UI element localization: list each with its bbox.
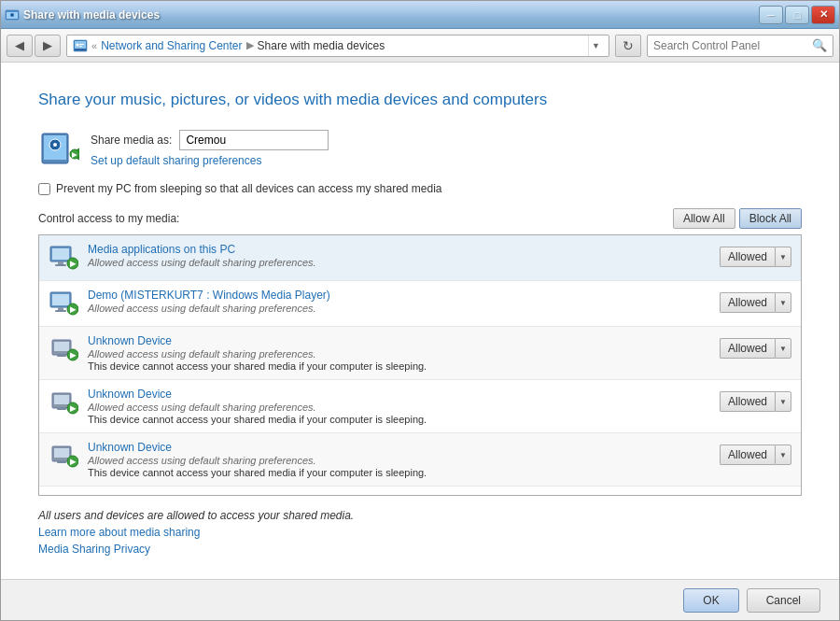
allowed-button[interactable]: Allowed <box>720 292 775 313</box>
svg-rect-18 <box>58 261 63 264</box>
svg-rect-5 <box>75 49 86 50</box>
breadcrumb-bar: « Network and Sharing Center ▶ Share wit… <box>66 35 609 57</box>
device-control: Allowed ▼ <box>720 243 791 267</box>
allowed-dropdown-arrow[interactable]: ▼ <box>775 338 791 359</box>
svg-rect-23 <box>52 294 69 305</box>
addressbar: ◀ ▶ « Network and Sharing Center ▶ Share… <box>1 29 839 63</box>
search-box: 🔍 <box>647 35 833 57</box>
device-name[interactable]: Demo (MISTERKURT7 : Windows Media Player… <box>88 289 710 302</box>
svg-rect-8 <box>79 46 82 47</box>
share-media-row: ▶ Share media as: Set up default sharing… <box>38 128 802 169</box>
devices-list[interactable]: ▶ Media applications on this PC Allowed … <box>38 234 802 496</box>
device-name[interactable]: Unknown Device <box>88 334 710 347</box>
allowed-dropdown: Allowed ▼ <box>720 338 791 359</box>
allowed-button[interactable]: Allowed <box>720 391 775 412</box>
back-icon: ◀ <box>15 38 24 52</box>
allowed-dropdown-arrow[interactable]: ▼ <box>775 247 791 267</box>
device-desc: Allowed access using default sharing pre… <box>88 455 710 466</box>
device-icon-unknown: ▶ <box>49 334 78 364</box>
svg-text:▶: ▶ <box>70 404 77 413</box>
nav-buttons: ◀ ▶ <box>7 35 61 57</box>
svg-text:▶: ▶ <box>70 351 77 360</box>
device-item: ▶ Media applications on this PC Allowed … <box>39 235 801 281</box>
device-desc: Allowed access using default sharing pre… <box>88 257 710 268</box>
allowed-dropdown-arrow[interactable]: ▼ <box>775 445 791 465</box>
main-content: Share your music, pictures, or videos wi… <box>1 63 839 579</box>
svg-rect-40 <box>57 461 66 463</box>
svg-text:▶: ▶ <box>70 260 77 268</box>
device-info: Unknown Device Allowed access using defa… <box>88 334 710 372</box>
privacy-link[interactable]: Media Sharing Privacy <box>38 543 802 556</box>
share-media-name-input[interactable] <box>179 130 329 150</box>
prevent-sleep-label: Prevent my PC from sleeping so that all … <box>56 182 442 195</box>
search-icon[interactable]: 🔍 <box>812 38 827 52</box>
breadcrumb-arrow: ▶ <box>246 39 254 51</box>
breadcrumb-network[interactable]: Network and Sharing Center <box>101 39 242 52</box>
device-icon-unknown3: ▶ <box>49 441 78 471</box>
device-control: Allowed ▼ <box>720 441 791 465</box>
svg-rect-34 <box>54 395 69 404</box>
refresh-icon: ↻ <box>623 38 634 53</box>
device-item: ▶ Unknown Device Allowed access using de… <box>39 327 801 380</box>
share-media-inputs: Share media as: Set up default sharing p… <box>91 130 329 167</box>
device-info: Demo (MISTERKURT7 : Windows Media Player… <box>88 289 710 314</box>
allowed-dropdown-arrow[interactable]: ▼ <box>775 391 791 412</box>
share-media-label-row: Share media as: <box>91 130 329 150</box>
svg-point-12 <box>53 143 57 147</box>
setup-default-link[interactable]: Set up default sharing preferences <box>91 154 329 167</box>
svg-rect-39 <box>54 448 69 458</box>
refresh-button[interactable]: ↻ <box>615 35 641 57</box>
media-share-icon: ▶ <box>38 128 79 169</box>
device-icon-pc: ▶ <box>49 243 78 273</box>
device-warning: This device cannot access your shared me… <box>88 467 710 478</box>
breadcrumb-sep1: « <box>91 40 97 51</box>
device-item: ▶ Unknown Device Allowed access using de… <box>39 380 801 433</box>
control-access-section: Control access to my media: Allow All Bl… <box>38 208 802 496</box>
svg-rect-30 <box>57 355 66 357</box>
device-icon-mediaplayer: ▶ <box>49 289 78 318</box>
titlebar-buttons: ─ □ ✕ <box>759 6 835 24</box>
svg-rect-17 <box>52 248 69 260</box>
allowed-dropdown-arrow[interactable]: ▼ <box>775 292 791 313</box>
allowed-button[interactable]: Allowed <box>720 247 775 267</box>
device-control: Allowed ▼ <box>720 334 791 359</box>
device-control: Allowed ▼ <box>720 388 791 412</box>
device-name[interactable]: Unknown Device <box>88 388 710 401</box>
svg-point-2 <box>10 13 14 17</box>
window-icon <box>5 7 20 22</box>
titlebar-left: Share with media devices <box>5 7 160 22</box>
footer-info: All users and devices are allowed to acc… <box>38 509 802 556</box>
allowed-dropdown: Allowed ▼ <box>720 445 791 465</box>
svg-rect-7 <box>79 44 84 45</box>
footer-italic-text: All users and devices are allowed to acc… <box>38 509 802 522</box>
minimize-button[interactable]: ─ <box>759 6 783 24</box>
svg-rect-29 <box>54 342 69 351</box>
allow-all-button[interactable]: Allow All <box>673 208 735 229</box>
bottom-bar: OK Cancel <box>1 579 839 620</box>
device-name[interactable]: Media applications on this PC <box>88 243 710 256</box>
ok-button[interactable]: OK <box>683 588 738 613</box>
device-name[interactable]: Unknown Device <box>88 441 710 454</box>
block-all-button[interactable]: Block All <box>739 208 802 229</box>
window-title: Share with media devices <box>23 8 160 21</box>
back-button[interactable]: ◀ <box>7 35 33 57</box>
allowed-button[interactable]: Allowed <box>720 338 775 359</box>
titlebar: Share with media devices ─ □ ✕ <box>1 1 839 29</box>
main-window: Share with media devices ─ □ ✕ ◀ ▶ <box>0 0 840 621</box>
search-input[interactable] <box>653 39 812 52</box>
cancel-button[interactable]: Cancel <box>747 588 820 613</box>
device-info: Unknown Device Allowed access using defa… <box>88 388 710 425</box>
maximize-button[interactable]: □ <box>785 6 809 24</box>
allowed-dropdown: Allowed ▼ <box>720 292 791 313</box>
learn-more-link[interactable]: Learn more about media sharing <box>38 526 802 539</box>
svg-point-6 <box>77 43 79 46</box>
device-warning: This device cannot access your shared me… <box>88 360 710 372</box>
forward-button[interactable]: ▶ <box>35 35 61 57</box>
close-button[interactable]: ✕ <box>811 6 835 24</box>
svg-text:▶: ▶ <box>70 458 77 466</box>
breadcrumb-dropdown[interactable]: ▼ <box>588 35 603 56</box>
device-item: ▶ Unknown Device Allowed access using de… <box>39 433 801 487</box>
prevent-sleep-checkbox[interactable] <box>38 183 50 195</box>
svg-rect-25 <box>55 310 66 312</box>
allowed-button[interactable]: Allowed <box>720 445 775 465</box>
